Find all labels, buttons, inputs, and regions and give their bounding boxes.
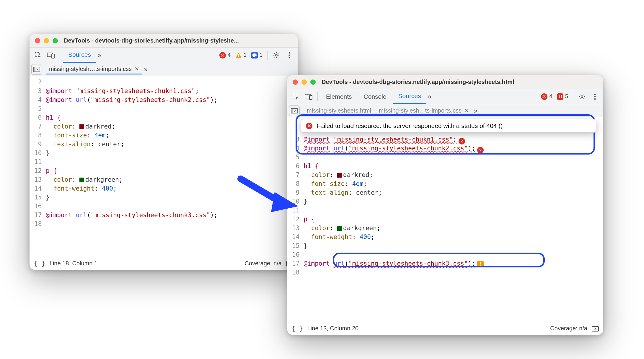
- inspect-icon[interactable]: [32, 49, 44, 61]
- zoom-window-button[interactable]: [53, 38, 58, 43]
- errors-badge[interactable]: ✕4: [218, 52, 232, 59]
- color-swatch-darkred[interactable]: [337, 173, 342, 178]
- svg-rect-10: [33, 67, 35, 72]
- svg-rect-3: [238, 54, 239, 56]
- svg-rect-16: [558, 94, 563, 99]
- error-icon: ✕: [306, 123, 312, 129]
- kebab-menu-icon[interactable]: [283, 49, 295, 61]
- window-title: DevTools - devtools-dbg-stories.netlify.…: [322, 79, 514, 85]
- pretty-print-icon[interactable]: { }: [291, 325, 303, 332]
- kebab-menu-icon[interactable]: [589, 91, 601, 103]
- editor-tabstrip: missing-stylesheets.html missing-stylesh…: [287, 104, 603, 117]
- close-window-button[interactable]: [35, 38, 40, 43]
- svg-point-5: [275, 54, 277, 56]
- tooltip-text: Failed to load resource: the server resp…: [317, 122, 503, 129]
- close-tab-icon[interactable]: ✕: [464, 108, 469, 114]
- inline-error-icon[interactable]: ✕: [477, 147, 484, 153]
- code-editor[interactable]: 3456789101112131415161718 @import "missi…: [287, 117, 603, 322]
- navigator-toggle-icon[interactable]: [289, 105, 300, 116]
- window-title: DevTools - devtools-dbg-stories.netlify.…: [64, 37, 239, 44]
- devtools-window-left: DevTools - devtools-dbg-stories.netlify.…: [30, 34, 298, 270]
- minimize-window-button[interactable]: [44, 38, 49, 43]
- file-tab-html[interactable]: missing-stylesheets.html: [304, 106, 374, 115]
- file-tab-label: missing-stylesh…ts-imports.css: [49, 66, 132, 72]
- svg-point-8: [289, 57, 290, 58]
- code-area[interactable]: @import "missing-stylesheets-chukn1.css"…: [302, 133, 603, 322]
- editor-tabstrip: missing-stylesh…ts-imports.css ✕ »: [30, 63, 298, 76]
- svg-point-20: [594, 98, 596, 100]
- svg-rect-15: [309, 95, 312, 100]
- color-swatch-darkred[interactable]: [79, 124, 84, 129]
- coverage-label: Coverage: n/a: [550, 325, 587, 332]
- code-area[interactable]: @import "missing-stylesheets-chukn1.css"…: [45, 76, 298, 257]
- settings-icon[interactable]: [270, 49, 282, 61]
- file-tab-css[interactable]: missing-stylesh…ts-imports.css ✕: [46, 64, 142, 74]
- status-bar: { } Line 13, Column 20 Coverage: n/a: [287, 322, 603, 335]
- inline-error-icon[interactable]: ✕: [459, 138, 465, 144]
- color-swatch-darkgreen[interactable]: [79, 178, 84, 182]
- svg-rect-2: [52, 54, 54, 58]
- zoom-window-button[interactable]: [310, 79, 316, 85]
- titlebar[interactable]: DevTools - devtools-dbg-stories.netlify.…: [287, 75, 603, 89]
- line-gutter: 3456789101112131415161718: [287, 133, 302, 322]
- errors-badge[interactable]: ✕4: [539, 93, 554, 100]
- main-toolbar: Elements Console Sources » ✕4 5: [287, 89, 603, 104]
- issues-badge[interactable]: 5: [555, 93, 570, 100]
- coverage-label: Coverage: n/a: [244, 260, 282, 267]
- close-tab-icon[interactable]: ✕: [135, 66, 139, 72]
- titlebar[interactable]: DevTools - devtools-dbg-stories.netlify.…: [30, 34, 298, 48]
- navigator-toggle-icon[interactable]: [31, 64, 42, 75]
- cursor-position: Line 13, Column 20: [307, 325, 358, 332]
- minimize-window-button[interactable]: [301, 79, 307, 85]
- svg-rect-22: [291, 108, 293, 113]
- code-editor[interactable]: 23456789101112131415161718 @import "miss…: [30, 76, 298, 257]
- tab-sources[interactable]: Sources: [63, 48, 96, 63]
- tab-console[interactable]: Console: [358, 89, 392, 104]
- file-tab-label: missing-stylesh…ts-imports.css: [379, 107, 462, 114]
- status-bar: { } Line 18, Column 1 Coverage: n/a: [30, 257, 298, 270]
- more-file-tabs-icon[interactable]: »: [144, 65, 156, 74]
- more-tabs-icon[interactable]: »: [428, 92, 439, 101]
- svg-rect-4: [238, 56, 239, 57]
- error-tooltip: ✕ Failed to load resource: the server re…: [301, 119, 596, 133]
- inspect-icon[interactable]: [290, 91, 301, 103]
- devtools-window-right: DevTools - devtools-dbg-stories.netlify.…: [287, 75, 603, 335]
- drawer-toggle-icon[interactable]: [591, 325, 599, 332]
- more-tabs-icon[interactable]: »: [97, 51, 109, 59]
- svg-point-17: [581, 96, 583, 98]
- line-gutter: 23456789101112131415161718: [30, 76, 45, 257]
- info-badge[interactable]: 💬1: [250, 52, 264, 59]
- transition-arrow-icon: [236, 174, 304, 216]
- cursor-position: Line 18, Column 1: [50, 260, 97, 267]
- traffic-lights: [35, 38, 58, 43]
- device-toggle-icon[interactable]: [303, 91, 314, 103]
- warnings-badge[interactable]: 1: [234, 52, 248, 59]
- file-tab-css[interactable]: missing-stylesh…ts-imports.css ✕: [376, 106, 472, 115]
- svg-point-7: [289, 54, 290, 56]
- svg-point-18: [594, 93, 596, 95]
- device-toggle-icon[interactable]: [45, 49, 57, 61]
- close-window-button[interactable]: [293, 79, 298, 85]
- inline-warning-icon[interactable]: !: [477, 261, 484, 267]
- tab-elements[interactable]: Elements: [321, 89, 357, 104]
- file-tab-label: missing-stylesheets.html: [307, 107, 371, 114]
- settings-icon[interactable]: [576, 91, 588, 103]
- traffic-lights: [293, 79, 316, 85]
- more-file-tabs-icon[interactable]: »: [474, 107, 485, 115]
- color-swatch-darkgreen[interactable]: [337, 226, 342, 231]
- main-toolbar: Sources » ✕4 1 💬1: [30, 48, 298, 63]
- pretty-print-icon[interactable]: { }: [34, 260, 45, 267]
- svg-point-19: [594, 96, 596, 97]
- tab-sources[interactable]: Sources: [393, 89, 426, 104]
- svg-point-6: [289, 52, 290, 53]
